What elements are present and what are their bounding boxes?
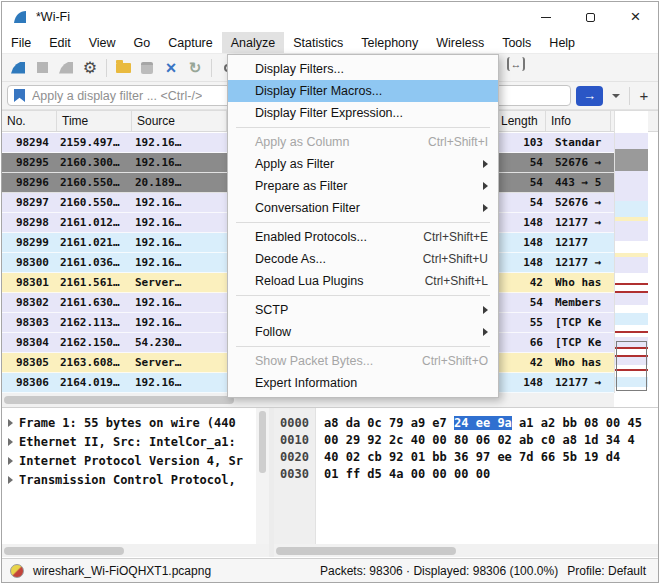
column-header-no[interactable]: No. <box>2 111 57 131</box>
details-vscrollbar[interactable] <box>256 407 269 544</box>
cell-no: 98295 <box>2 153 57 172</box>
column-header-length[interactable]: Length <box>496 111 546 131</box>
menubar-item-analyze[interactable]: Analyze <box>222 32 284 53</box>
expert-info-icon[interactable] <box>10 564 24 578</box>
column-header-time[interactable]: Time <box>57 111 132 131</box>
menu-item-decode-as[interactable]: Decode As...Ctrl+Shift+U <box>228 248 498 270</box>
menu-item-prepare-as-filter[interactable]: Prepare as Filter <box>228 175 498 197</box>
packet-bytes-pane: 0000a8 da 0c 79 a9 e7 24 ee 9a a1 a2 bb … <box>274 407 658 544</box>
close-file-icon[interactable] <box>159 57 183 79</box>
menubar-item-view[interactable]: View <box>80 32 125 53</box>
menu-item-label: Apply as Filter <box>255 157 334 171</box>
hscroll-slider[interactable] <box>4 396 234 404</box>
expand-arrow-icon[interactable] <box>8 438 13 446</box>
intelligent-scrollbar[interactable] <box>614 111 648 393</box>
capture-filename[interactable]: wireshark_Wi-FiOQHXT1.pcapng <box>33 564 211 578</box>
cell-no: 98294 <box>2 133 57 152</box>
menu-item-sctp[interactable]: SCTP <box>228 299 498 321</box>
menu-item-conversation-filter[interactable]: Conversation Filter <box>228 197 498 219</box>
restart-capture-icon[interactable] <box>54 57 78 79</box>
cell-source: 192.16… <box>132 233 227 252</box>
menubar-item-go[interactable]: Go <box>125 32 160 53</box>
menu-item-apply-as-column[interactable]: Apply as ColumnCtrl+Shift+I <box>228 131 498 153</box>
wireshark-app-icon <box>12 9 28 25</box>
expand-arrow-icon[interactable] <box>8 457 13 465</box>
add-filter-button[interactable]: + <box>635 86 653 106</box>
detail-text: Ethernet II, Src: IntelCor_a1: <box>19 435 236 449</box>
minimize-icon <box>541 17 551 18</box>
filter-dropdown-button[interactable] <box>608 86 624 106</box>
menubar-item-file[interactable]: File <box>2 32 40 53</box>
expand-arrow-icon[interactable] <box>8 476 13 484</box>
stop-capture-icon[interactable] <box>30 57 54 79</box>
menu-item-shortcut: Ctrl+Shift+I <box>428 135 488 149</box>
menu-item-shortcut: Ctrl+Shift+E <box>423 230 488 244</box>
menu-item-label: Follow <box>255 325 291 339</box>
menu-item-label: Display Filter Expression... <box>255 106 403 120</box>
packet-details-pane: Frame 1: 55 bytes on wire (440Ethernet I… <box>2 407 256 544</box>
cell-no: 98305 <box>2 353 57 372</box>
cell-time: 2163.608… <box>57 353 132 372</box>
hex-row[interactable]: 002040 02 cb 92 01 bb 36 97 ee 7d 66 5b … <box>274 449 658 466</box>
menu-item-show-packet-bytes[interactable]: Show Packet Bytes...Ctrl+Shift+O <box>228 350 498 372</box>
apply-filter-button[interactable]: → <box>576 86 603 106</box>
hex-bytes: 40 02 cb 92 01 bb 36 97 ee 7d 66 5b 19 d… <box>324 450 620 464</box>
open-file-icon[interactable] <box>111 57 135 79</box>
menu-item-display-filter-expression[interactable]: Display Filter Expression... <box>228 102 498 124</box>
cell-no: 98304 <box>2 333 57 352</box>
menubar-item-statistics[interactable]: Statistics <box>284 32 352 53</box>
reload-file-icon[interactable] <box>183 57 207 79</box>
column-header-source[interactable]: Source <box>132 111 227 131</box>
menu-item-display-filter-macros[interactable]: Display Filter Macros... <box>228 80 498 102</box>
hex-row[interactable]: 003001 ff d5 4a 00 00 00 00 <box>274 466 658 483</box>
start-capture-icon[interactable] <box>6 57 30 79</box>
menubar-item-edit[interactable]: Edit <box>40 32 80 53</box>
menubar-item-capture[interactable]: Capture <box>159 32 221 53</box>
cell-length: 66 <box>499 333 549 352</box>
profile-label[interactable]: Profile: Default <box>567 564 646 578</box>
detail-line[interactable]: Frame 1: 55 bytes on wire (440 <box>2 413 256 432</box>
column-header-info[interactable]: Info <box>546 111 611 131</box>
menu-item-enabled-protocols[interactable]: Enabled Protocols...Ctrl+Shift+E <box>228 226 498 248</box>
cell-length: 54 <box>499 173 549 192</box>
detail-line[interactable]: Ethernet II, Src: IntelCor_a1: <box>2 432 256 451</box>
capture-options-icon[interactable] <box>78 57 102 79</box>
titlebar[interactable]: *Wi-Fi × <box>2 2 658 32</box>
menu-item-reload-lua-plugins[interactable]: Reload Lua PluginsCtrl+Shift+L <box>228 270 498 292</box>
filter-bookmark-icon[interactable] <box>14 89 25 102</box>
menu-item-apply-as-filter[interactable]: Apply as Filter <box>228 153 498 175</box>
hscroll-slider[interactable] <box>4 547 124 555</box>
cell-source: 54.230… <box>132 333 227 352</box>
menu-item-expert-information[interactable]: Expert Information <box>228 372 498 394</box>
cell-no: 98297 <box>2 193 57 212</box>
hex-row[interactable]: 0000a8 da 0c 79 a9 e7 24 ee 9a a1 a2 bb … <box>274 415 658 432</box>
menubar-item-wireless[interactable]: Wireless <box>427 32 493 53</box>
menubar-item-tools[interactable]: Tools <box>493 32 540 53</box>
detail-text: Frame 1: 55 bytes on wire (440 <box>19 416 236 430</box>
detail-line[interactable]: Transmission Control Protocol, <box>2 470 256 489</box>
menu-item-follow[interactable]: Follow <box>228 321 498 343</box>
maximize-button[interactable] <box>568 2 613 32</box>
resize-columns-icon[interactable] <box>507 57 525 71</box>
cell-time: 2161.021… <box>57 233 132 252</box>
toolbar-separator <box>211 59 212 77</box>
detail-line[interactable]: Internet Protocol Version 4, Sr <box>2 451 256 470</box>
save-file-icon[interactable] <box>135 57 159 79</box>
menu-separator <box>236 222 490 223</box>
hex-row[interactable]: 001000 29 92 2c 40 00 80 06 02 ab c0 a8 … <box>274 432 658 449</box>
hscroll-slider[interactable] <box>276 547 456 555</box>
details-hscrollbar[interactable] <box>2 544 269 557</box>
minimize-button[interactable] <box>523 2 568 32</box>
menu-item-display-filters[interactable]: Display Filters... <box>228 58 498 80</box>
hex-hscrollbar[interactable] <box>274 544 658 557</box>
close-button[interactable]: × <box>613 2 658 32</box>
cell-info: 12177 → <box>549 373 614 392</box>
minimap-viewport[interactable] <box>616 341 647 391</box>
vscroll-slider[interactable] <box>259 411 266 473</box>
cell-no: 98296 <box>2 173 57 192</box>
cell-source: 192.16… <box>132 253 227 272</box>
expand-arrow-icon[interactable] <box>8 419 13 427</box>
menubar-item-help[interactable]: Help <box>540 32 584 53</box>
menubar-item-telephony[interactable]: Telephony <box>352 32 427 53</box>
hex-rows: 0000a8 da 0c 79 a9 e7 24 ee 9a a1 a2 bb … <box>274 408 658 483</box>
